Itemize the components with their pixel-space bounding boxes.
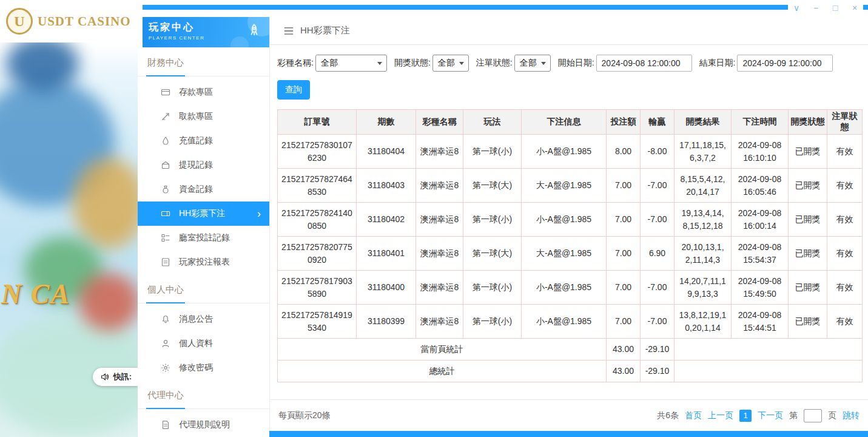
sidebar-item-label: 充值記錄 xyxy=(179,135,213,146)
end-date-input[interactable] xyxy=(737,55,833,72)
cell-play-type: 第一球(小) xyxy=(463,203,522,237)
column-header-order-id: 訂單號 xyxy=(278,110,357,135)
maximize-icon[interactable]: □ xyxy=(830,4,840,12)
sidebar-item-agent-rules[interactable]: 代理規則說明 xyxy=(138,413,269,437)
sidebar-item-label: 代理規則說明 xyxy=(179,419,230,430)
summary-spacer-cell xyxy=(675,339,863,361)
lottery-name-filter: 彩種名稱: 全部 xyxy=(277,55,387,72)
cell-bet-amount: 7.00 xyxy=(607,271,641,305)
sidebar-item-label: 資金記錄 xyxy=(179,184,213,195)
table-row: 215217257827464853031180403澳洲幸运8第一球(大)大-… xyxy=(278,169,863,203)
left-art-panel: U USDT CASINO N CA 快訊: xyxy=(0,0,138,437)
cell-draw-result: 13,8,12,19,10,20,1,14 xyxy=(675,305,732,339)
app-window: ∨−□× 玩家中心 PLAYERS CENTER 財務中心存款專區取款專區充值記… xyxy=(138,0,868,437)
cell-period: 31180400 xyxy=(357,271,416,305)
profile-icon xyxy=(161,339,170,348)
cell-lottery-name: 澳洲幸运8 xyxy=(416,169,463,203)
withdraw-icon xyxy=(161,112,170,121)
sidebar-menu: 財務中心存款專區取款專區充值記錄提現記錄資金記錄HH彩票下注›廳室投註記錄玩家投… xyxy=(138,47,269,437)
password-icon xyxy=(161,363,170,373)
cell-bet-amount: 7.00 xyxy=(607,169,641,203)
table-row: 215217257814919534031180399澳洲幸运8第一球(小)小-… xyxy=(278,305,863,339)
lottery-name-select[interactable]: 全部 xyxy=(315,55,387,72)
sidebar-item-recharge-records[interactable]: 充值記錄 xyxy=(138,129,269,153)
main-content: HH彩票下注 彩種名稱: 全部 開獎狀態: 全部 xyxy=(269,17,868,431)
jump-suffix-label: 页 xyxy=(828,410,836,421)
rocket-icon xyxy=(246,23,262,39)
ticker-label: 快訊: xyxy=(113,371,132,382)
first-page-link[interactable]: 首页 xyxy=(685,410,702,421)
prev-page-link[interactable]: 上一页 xyxy=(708,410,733,421)
speaker-icon xyxy=(100,372,110,382)
minimize-icon[interactable]: − xyxy=(811,4,821,12)
lottery-name-label: 彩種名稱: xyxy=(277,58,314,69)
sidebar-item-hh-lottery-bets[interactable]: HH彩票下注› xyxy=(138,202,269,226)
cell-draw-result: 14,20,7,11,19,9,13,3 xyxy=(675,271,732,305)
selected-value: 全部 xyxy=(520,58,537,69)
sidebar-item-announcements[interactable]: 消息公告 xyxy=(138,307,269,331)
cell-bet-status: 有效 xyxy=(827,135,863,169)
content-header: HH彩票下注 xyxy=(270,17,868,45)
cell-draw-status: 已開獎 xyxy=(789,203,827,237)
top-accent-bar xyxy=(143,5,868,10)
table-row: 215217257820775092031180401澳洲幸运8第一球(大)大-… xyxy=(278,237,863,271)
next-page-link[interactable]: 下一页 xyxy=(758,410,783,421)
column-header-bet-status: 注單狀態 xyxy=(827,110,863,135)
cell-bet-amount: 8.00 xyxy=(607,135,641,169)
cell-bet-time: 2024-09-08 16:10:10 xyxy=(732,135,789,169)
sidebar-item-profile[interactable]: 個人資料 xyxy=(138,331,269,356)
jump-button[interactable]: 跳转 xyxy=(843,410,860,421)
cell-lottery-name: 澳洲幸运8 xyxy=(416,237,463,271)
lottery-bet-icon xyxy=(161,209,170,218)
table-summary: 當前頁統計43.00-29.10總統計43.00-29.10 xyxy=(278,339,863,382)
end-date-label: 結束日期: xyxy=(699,58,736,69)
start-date-input[interactable] xyxy=(596,55,692,72)
players-center-header: 玩家中心 PLAYERS CENTER xyxy=(143,17,269,47)
cell-bet-status: 有效 xyxy=(827,271,863,305)
cell-bet-amount: 7.00 xyxy=(607,305,641,339)
cell-bet-info: 小-A盤@1.985 xyxy=(522,135,607,169)
summary-bet-total: 43.00 xyxy=(607,361,641,382)
chevron-down-icon[interactable]: ∨ xyxy=(792,4,801,12)
draw-status-select[interactable]: 全部 xyxy=(432,55,469,72)
sidebar-item-room-bet-records[interactable]: 廳室投註記錄 xyxy=(138,226,269,250)
sidebar: 玩家中心 PLAYERS CENTER 財務中心存款專區取款專區充值記錄提現記錄… xyxy=(138,17,269,437)
chevron-right-icon: › xyxy=(257,208,261,219)
summary-bet-total: 43.00 xyxy=(607,339,641,361)
brand-logo: U USDT CASINO xyxy=(0,0,138,42)
pirate-hat-artwork xyxy=(6,36,79,91)
news-ticker-button[interactable]: 快訊: xyxy=(93,368,138,386)
sidebar-item-cashout-records[interactable]: 提現記錄 xyxy=(138,153,269,177)
column-header-bet-info: 下注信息 xyxy=(522,110,607,135)
player-bet-report-icon xyxy=(161,257,170,267)
sidebar-item-change-password[interactable]: 修改密碼 xyxy=(138,356,269,380)
usdt-badge-icon: U xyxy=(6,8,33,35)
cell-win-loss: -8.00 xyxy=(641,135,675,169)
cell-bet-status: 有效 xyxy=(827,237,863,271)
sidebar-item-label: 廳室投註記錄 xyxy=(179,232,230,243)
cell-draw-result: 19,13,4,14,8,15,12,18 xyxy=(675,203,732,237)
cell-bet-time: 2024-09-08 16:00:14 xyxy=(732,203,789,237)
sidebar-item-withdraw[interactable]: 取款專區 xyxy=(138,104,269,129)
sidebar-item-deposit[interactable]: 存款專區 xyxy=(138,80,269,104)
cell-bet-status: 有效 xyxy=(827,203,863,237)
menu-toggle-icon[interactable] xyxy=(283,25,294,36)
cell-lottery-name: 澳洲幸运8 xyxy=(416,271,463,305)
cell-period: 31180399 xyxy=(357,305,416,339)
cell-order-id: 2152172578241400850 xyxy=(278,203,357,237)
bet-status-select[interactable]: 全部 xyxy=(514,55,551,72)
cell-play-type: 第一球(小) xyxy=(463,305,522,339)
caret-down-icon xyxy=(541,62,546,65)
sidebar-item-label: 取款專區 xyxy=(179,111,213,122)
search-button[interactable]: 查詢 xyxy=(277,80,310,100)
sidebar-item-player-bet-report[interactable]: 玩家投注報表 xyxy=(138,250,269,274)
current-page[interactable]: 1 xyxy=(739,410,752,422)
sidebar-item-fund-records[interactable]: 資金記錄 xyxy=(138,177,269,202)
close-icon[interactable]: × xyxy=(850,4,860,12)
jump-page-input[interactable] xyxy=(804,409,822,422)
window-controls: ∨−□× xyxy=(788,0,863,16)
summary-win-loss-total: -29.10 xyxy=(641,361,675,382)
sidebar-item-label: 玩家投注報表 xyxy=(179,257,230,268)
start-date-label: 開始日期: xyxy=(558,58,594,69)
announcement-icon xyxy=(161,314,170,324)
